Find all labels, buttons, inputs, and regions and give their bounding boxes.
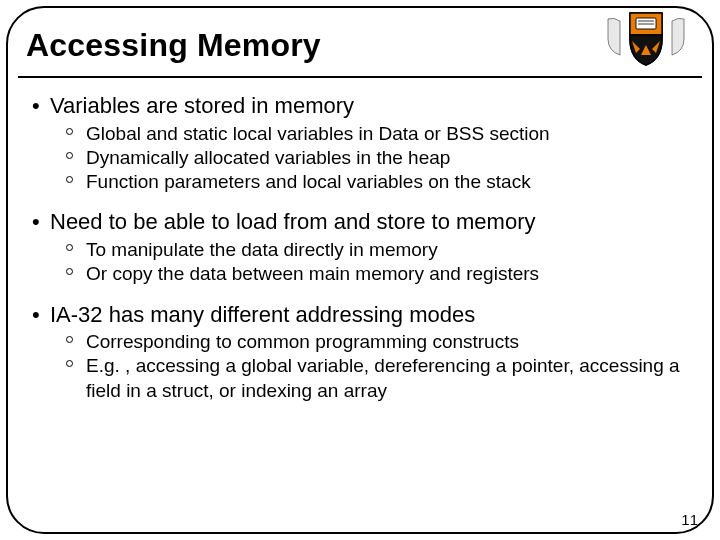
bullet-dot-icon: • (32, 301, 50, 329)
bullet-level2: Function parameters and local variables … (66, 170, 694, 194)
ring-icon (66, 330, 86, 354)
bullet-text: Function parameters and local variables … (86, 170, 694, 194)
bullet-level2: Global and static local variables in Dat… (66, 122, 694, 146)
bullet-text: Or copy the data between main memory and… (86, 262, 694, 286)
bullet-text: Variables are stored in memory (50, 92, 694, 120)
sub-bullets: To manipulate the data directly in memor… (66, 238, 694, 287)
ring-icon (66, 354, 86, 403)
bullet-text: Corresponding to common programming cons… (86, 330, 694, 354)
bullet-level1: • IA-32 has many different addressing mo… (32, 301, 694, 329)
ring-icon (66, 170, 86, 194)
slide-body: • Variables are stored in memory Global … (32, 86, 694, 500)
page-number: 11 (681, 511, 698, 528)
bullet-group-2: • Need to be able to load from and store… (32, 208, 694, 286)
ring-icon (66, 238, 86, 262)
ring-icon (66, 122, 86, 146)
slide: Accessing Memory • Variables are s (0, 0, 720, 540)
bullet-level2: Dynamically allocated variables in the h… (66, 146, 694, 170)
title-bar: Accessing Memory (18, 14, 702, 78)
bullet-text: E.g. , accessing a global variable, dere… (86, 354, 694, 403)
svg-rect-0 (636, 18, 656, 29)
bullet-level2: To manipulate the data directly in memor… (66, 238, 694, 262)
bullet-dot-icon: • (32, 208, 50, 236)
bullet-text: Need to be able to load from and store t… (50, 208, 694, 236)
bullet-dot-icon: • (32, 92, 50, 120)
bullet-level1: • Need to be able to load from and store… (32, 208, 694, 236)
sub-bullets: Corresponding to common programming cons… (66, 330, 694, 403)
ring-icon (66, 262, 86, 286)
bullet-text: IA-32 has many different addressing mode… (50, 301, 694, 329)
bullet-level2: Or copy the data between main memory and… (66, 262, 694, 286)
bullet-level1: • Variables are stored in memory (32, 92, 694, 120)
bullet-text: Dynamically allocated variables in the h… (86, 146, 694, 170)
bullet-level2: E.g. , accessing a global variable, dere… (66, 354, 694, 403)
ring-icon (66, 146, 86, 170)
bullet-text: Global and static local variables in Dat… (86, 122, 694, 146)
slide-title: Accessing Memory (26, 27, 321, 64)
princeton-crest-icon (602, 9, 690, 67)
bullet-group-3: • IA-32 has many different addressing mo… (32, 301, 694, 403)
bullet-level2: Corresponding to common programming cons… (66, 330, 694, 354)
bullet-text: To manipulate the data directly in memor… (86, 238, 694, 262)
sub-bullets: Global and static local variables in Dat… (66, 122, 694, 195)
bullet-group-1: • Variables are stored in memory Global … (32, 92, 694, 194)
